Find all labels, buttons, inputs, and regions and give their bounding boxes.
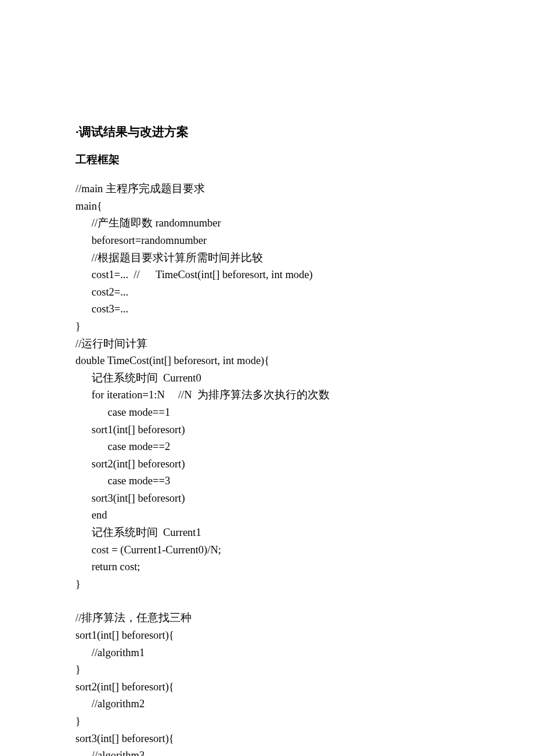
code-line: 记住系统时间 Current1 — [75, 524, 459, 542]
code-line: cost1=... // TimeCost(int[] beforesort, … — [75, 267, 459, 284]
code-line: } — [75, 713, 459, 730]
code-line: cost2=... — [75, 284, 459, 301]
blank-line — [75, 593, 459, 610]
code-line: sort1(int[] beforesort){ — [75, 627, 459, 645]
code-line: sort1(int[] beforesort) — [75, 422, 459, 439]
code-line: sort3(int[] beforesort){ — [75, 730, 459, 748]
code-line: double TimeCost(int[] beforesort, int mo… — [75, 352, 459, 370]
code-line: } — [75, 576, 459, 593]
code-line: //algorithm3 — [75, 747, 459, 756]
code-line: case mode==1 — [75, 404, 459, 422]
code-line: beforesort=randomnumber — [75, 232, 459, 250]
code-line: //algorithm1 — [75, 645, 459, 662]
code-line: //产生随即数 randomnumber — [75, 215, 459, 232]
code-line: //运行时间计算 — [75, 336, 459, 353]
code-line: end — [75, 507, 459, 524]
code-line: } — [75, 661, 459, 679]
code-line: //algorithm2 — [75, 696, 459, 713]
code-line: sort2(int[] beforesort) — [75, 456, 459, 473]
code-line: //main 主程序完成题目要求 — [75, 181, 459, 198]
code-line: case mode==3 — [75, 473, 459, 490]
code-line: } — [75, 318, 459, 336]
code-line: cost3=... — [75, 301, 459, 318]
code-line: sort2(int[] beforesort){ — [75, 679, 459, 696]
document-page: ·调试结果与改进方案 工程框架 //main 主程序完成题目要求 main{ /… — [0, 0, 534, 756]
code-line: //排序算法，任意找三种 — [75, 610, 459, 627]
code-line: case mode==2 — [75, 438, 459, 456]
code-line: 记住系统时间 Current0 — [75, 370, 459, 387]
code-line: return cost; — [75, 559, 459, 576]
code-line: sort3(int[] beforesort) — [75, 490, 459, 507]
section-subheading: 工程框架 — [75, 151, 459, 168]
section-heading: ·调试结果与改进方案 — [75, 122, 459, 142]
code-line: cost = (Current1-Current0)/N; — [75, 542, 459, 559]
code-line: for iteration=1:N //N 为排序算法多次执行的次数 — [75, 387, 459, 404]
code-line: //根据题目要求计算所需时间并比较 — [75, 250, 459, 267]
code-line: main{ — [75, 198, 459, 215]
